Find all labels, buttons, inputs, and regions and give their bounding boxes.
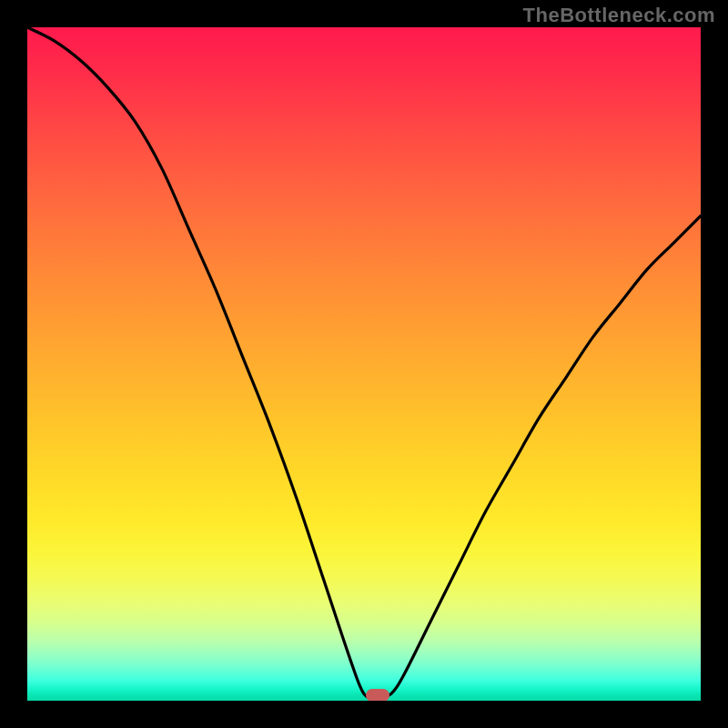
watermark-text: TheBottleneck.com (523, 4, 715, 27)
optimal-point-marker (366, 689, 389, 701)
bottleneck-curve (27, 27, 701, 701)
chart-frame: TheBottleneck.com (0, 0, 728, 728)
plot-area (27, 27, 701, 701)
